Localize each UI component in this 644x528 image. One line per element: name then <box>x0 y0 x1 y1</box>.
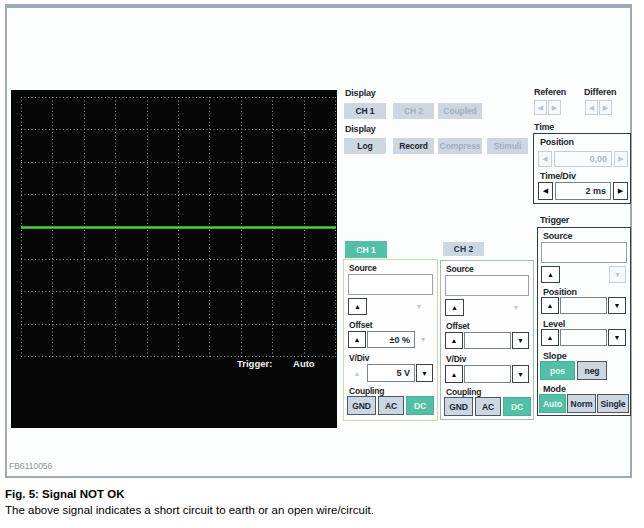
ch1-vdiv-label: V/Div <box>349 353 369 363</box>
ch2-source-label: Source <box>446 264 474 274</box>
ch2-gnd-button[interactable]: GND <box>444 397 473 416</box>
ch2-vdiv-down-arrow-icon[interactable]: ▼ <box>512 365 529 383</box>
scope-grid-svg <box>21 97 336 358</box>
figure-root: Trigger: Auto Display CH 1 CH 2 Coupled … <box>0 0 644 528</box>
trigger-position-up-arrow-icon[interactable]: ▲ <box>541 297 559 314</box>
ch2-coupling-label: Coupling <box>446 387 481 397</box>
ch2-offset-value[interactable] <box>464 332 511 349</box>
ch1-gnd-button[interactable]: GND <box>347 396 376 415</box>
mode-norm-button[interactable]: Norm <box>567 394 596 413</box>
timediv-right-arrow-icon[interactable]: ▶ <box>613 182 628 200</box>
ch2-source-down-arrow-icon[interactable]: ▼ <box>507 299 525 316</box>
ch1-vdiv-value[interactable]: 5 V <box>367 364 415 382</box>
trigger-position-label: Position <box>543 287 577 297</box>
caption-title: Fig. 5: Signal NOT OK <box>5 488 124 500</box>
differential-label: Differen <box>584 87 616 97</box>
ch1-offset-down-arrow-icon[interactable]: ▼ <box>414 331 432 348</box>
ch1-ac-button[interactable]: AC <box>378 396 404 415</box>
timediv-label: Time/Div <box>540 171 576 181</box>
ch2-offset-label: Offset <box>446 321 469 331</box>
trigger-source-input[interactable] <box>541 242 627 263</box>
ch1-coupling-label: Coupling <box>349 386 384 396</box>
figure-id: FB6110056 <box>9 461 52 471</box>
ch1-vdiv-up-arrow-icon[interactable]: ▲ <box>348 364 366 382</box>
reference-right-arrow-icon[interactable]: ▶ <box>548 100 561 115</box>
mode-single-button[interactable]: Single <box>597 394 629 413</box>
ch2-vdiv-label: V/Div <box>446 354 466 364</box>
trigger-status: Trigger: Auto <box>237 358 315 369</box>
ch1-source-up-arrow-icon[interactable]: ▲ <box>348 298 367 315</box>
trigger-status-label: Trigger: <box>237 358 272 369</box>
ch2-source-up-arrow-icon[interactable]: ▲ <box>445 299 464 316</box>
trigger-source-up-arrow-icon[interactable]: ▲ <box>541 266 560 283</box>
record-button[interactable]: Record <box>393 138 434 154</box>
trigger-mode-label: Mode <box>543 384 566 394</box>
ch1-source-down-arrow-icon[interactable]: ▼ <box>410 298 428 315</box>
ch1-source-label: Source <box>349 263 377 273</box>
reference-left-arrow-icon[interactable]: ◀ <box>534 100 547 115</box>
trigger-slope-label: Slope <box>543 351 567 361</box>
caption-body: The above signal indicates a short circu… <box>5 504 374 516</box>
ch2-vdiv-up-arrow-icon[interactable]: ▲ <box>445 365 463 383</box>
time-position-right-arrow-icon[interactable]: ▶ <box>614 151 628 167</box>
ch1-dc-button[interactable]: DC <box>406 396 434 415</box>
slope-neg-button[interactable]: neg <box>577 361 607 380</box>
ch2-ac-button[interactable]: AC <box>475 397 501 416</box>
log-button[interactable]: Log <box>344 138 386 154</box>
ch2-dc-button[interactable]: DC <box>503 397 531 416</box>
trigger-position-value[interactable] <box>560 297 607 314</box>
differential-left-arrow-icon[interactable]: ◀ <box>585 100 598 115</box>
time-position-label: Position <box>540 137 574 147</box>
trigger-position-down-arrow-icon[interactable]: ▼ <box>608 297 626 314</box>
ch1-vdiv-down-arrow-icon[interactable]: ▼ <box>416 364 433 382</box>
time-group-label: Time <box>534 122 554 132</box>
display-modes-label: Display <box>345 124 376 134</box>
tab-ch1[interactable]: CH 1 <box>345 241 387 258</box>
ch2-panel: Source ▲ ▼ Offset ▲ ▼ V/Div ▲ ▼ Coupling… <box>440 260 534 420</box>
ch2-vdiv-value[interactable] <box>464 365 511 383</box>
mode-auto-button[interactable]: Auto <box>539 394 566 413</box>
trigger-level-up-arrow-icon[interactable]: ▲ <box>541 329 559 346</box>
display-channels-label: Display <box>345 88 376 98</box>
timediv-left-arrow-icon[interactable]: ◀ <box>538 182 553 200</box>
ch2-offset-up-arrow-icon[interactable]: ▲ <box>445 332 463 349</box>
ch1-source-input[interactable] <box>348 274 433 295</box>
reference-label: Referen <box>534 87 566 97</box>
trigger-level-down-arrow-icon[interactable]: ▼ <box>608 329 626 346</box>
ch1-panel: Source ▲ ▼ Offset ▲ ±0 % ▼ V/Div ▲ 5 V ▼… <box>343 259 438 421</box>
ch1-offset-label: Offset <box>349 320 372 330</box>
time-position-value[interactable]: 0,00 <box>554 151 612 167</box>
compress-button[interactable]: Compress <box>438 138 482 154</box>
ch1-offset-up-arrow-icon[interactable]: ▲ <box>348 331 366 348</box>
scope-screen: Trigger: Auto <box>11 90 337 428</box>
trigger-source-label: Source <box>543 231 572 241</box>
ch2-source-input[interactable] <box>445 275 529 296</box>
tab-ch2[interactable]: CH 2 <box>443 242 484 256</box>
timediv-value[interactable]: 2 ms <box>555 182 611 200</box>
trigger-source-down-arrow-icon[interactable]: ▼ <box>609 266 626 283</box>
trigger-status-value: Auto <box>293 358 315 369</box>
display-ch1-button[interactable]: CH 1 <box>344 103 386 119</box>
trigger-group-label: Trigger <box>540 215 569 225</box>
display-coupled-button[interactable]: Coupled <box>438 103 482 119</box>
differential-right-arrow-icon[interactable]: ▶ <box>599 100 612 115</box>
ch1-offset-value[interactable]: ±0 % <box>367 331 415 348</box>
display-ch2-button[interactable]: CH 2 <box>393 103 434 119</box>
stimuli-button[interactable]: Stimuli <box>487 138 528 154</box>
slope-pos-button[interactable]: pos <box>540 361 575 380</box>
trigger-level-label: Level <box>543 319 565 329</box>
trigger-level-value[interactable] <box>560 329 607 346</box>
ch2-offset-down-arrow-icon[interactable]: ▼ <box>512 332 529 349</box>
time-position-left-arrow-icon[interactable]: ◀ <box>538 151 552 167</box>
